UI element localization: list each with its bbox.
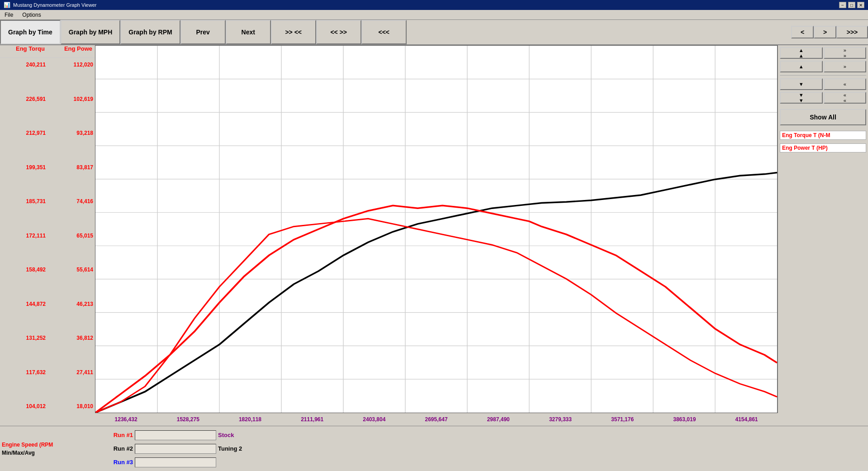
bottom-panel: Engine Speed (RPM Min/Max/Avg Run #1 Sto… xyxy=(0,426,868,471)
run3-row: Run #3 xyxy=(97,457,866,468)
run2-label: Run #2 xyxy=(97,445,133,452)
torque-upper-curve xyxy=(95,205,777,413)
torque-axis: 240,211226,591212,971199,351185,731172,1… xyxy=(0,58,47,413)
menu-bar: File Options xyxy=(0,10,868,20)
x-axis-label: 4154,861 xyxy=(716,416,778,423)
engine-speed-label: Engine Speed (RPM xyxy=(2,442,93,448)
restore-button[interactable]: □ xyxy=(848,2,855,8)
torque-header: Eng Torqu xyxy=(0,45,47,57)
y-axis-labels: 240,211226,591212,971199,351185,731172,1… xyxy=(0,58,95,413)
chart-area xyxy=(95,45,778,413)
graph-by-rpm-button[interactable]: Graph by RPM xyxy=(120,20,180,44)
scroll-fourth-row: ▼▼ «« xyxy=(780,92,866,104)
close-button[interactable]: ✕ xyxy=(857,2,864,8)
window-title: Mustang Dynamometer Graph Viewer xyxy=(13,2,96,8)
run2-desc: Tuning 2 xyxy=(218,445,242,452)
x-axis-label: 3571,176 xyxy=(592,416,654,423)
left-axis: Eng Torqu Eng Powe 240,211226,591212,971… xyxy=(0,45,95,413)
toolbar: Graph by Time Graph by MPH Graph by RPM … xyxy=(0,20,868,45)
prev-button[interactable]: Prev xyxy=(180,20,226,44)
power-curve xyxy=(95,172,777,413)
x-axis-label: 2111,961 xyxy=(281,416,343,423)
triple-next-button[interactable]: >>> xyxy=(836,26,868,38)
x-axis-label: 2695,647 xyxy=(405,416,467,423)
bottom-left: Engine Speed (RPM Min/Max/Avg xyxy=(0,440,95,458)
x-axis-label: 1236,432 xyxy=(95,416,157,423)
graph-by-mph-button[interactable]: Graph by MPH xyxy=(61,20,120,44)
run1-row: Run #1 Stock xyxy=(97,429,866,441)
run3-swatch xyxy=(135,457,216,467)
scroll-third-row: ▼ « xyxy=(780,78,866,90)
scroll-down-fast-button[interactable]: ▼▼ xyxy=(780,92,823,104)
scroll-second-row: ▲ » xyxy=(780,61,866,72)
chart-svg xyxy=(95,46,777,413)
x-axis-label: 3279,333 xyxy=(529,416,591,423)
single-next-button[interactable]: > xyxy=(814,26,836,38)
menu-options[interactable]: Options xyxy=(19,11,43,19)
fast-prev-next-button[interactable]: >> << xyxy=(271,20,316,44)
scroll-up-button[interactable]: ▲ xyxy=(780,61,823,72)
min-max-avg-label: Min/Max/Avg xyxy=(2,450,93,456)
graph-by-time-button[interactable]: Graph by Time xyxy=(0,20,61,44)
runs-area: Run #1 Stock Run #2 Tuning 2 Run #3 xyxy=(95,428,868,470)
scroll-left-button[interactable]: « xyxy=(824,78,867,90)
legend-power: Eng Power T (HP) xyxy=(780,143,866,152)
run1-desc: Stock xyxy=(218,432,234,438)
scroll-down-button[interactable]: ▼ xyxy=(780,78,823,90)
right-panel: ▲▲ »» ▲ » ▼ « ▼▼ «« Show All Eng Torque … xyxy=(778,45,868,413)
scroll-right-button[interactable]: » xyxy=(824,61,867,72)
fast-next-prev-button[interactable]: << >> xyxy=(316,20,361,44)
power-axis: 112,020102,61993,21883,81774,41665,01555… xyxy=(47,58,95,413)
run2-row: Run #2 Tuning 2 xyxy=(97,443,866,455)
x-axis-label: 3863,019 xyxy=(654,416,716,423)
run3-label: Run #3 xyxy=(97,459,133,466)
menu-file[interactable]: File xyxy=(2,11,16,19)
title-bar: 📊 Mustang Dynamometer Graph Viewer − □ ✕ xyxy=(0,0,868,10)
app-icon: 📊 xyxy=(4,2,10,8)
scroll-top-row: ▲▲ »» xyxy=(780,47,866,59)
title-bar-buttons: − □ ✕ xyxy=(839,2,864,8)
legend-torque: Eng Torque T (N-M xyxy=(780,131,866,140)
next-button[interactable]: Next xyxy=(226,20,271,44)
scroll-up-fast-button[interactable]: ▲▲ xyxy=(780,47,823,59)
run1-swatch xyxy=(135,430,216,440)
x-axis-label: 1528,275 xyxy=(157,416,219,423)
run2-swatch xyxy=(135,444,216,454)
x-axis-label: 2987,490 xyxy=(467,416,529,423)
minimize-button[interactable]: − xyxy=(839,2,846,8)
show-all-button[interactable]: Show All xyxy=(780,109,866,125)
x-axis-label: 1820,118 xyxy=(219,416,281,423)
scroll-right-fast-button[interactable]: »» xyxy=(824,47,867,59)
x-axis: 1236,4321528,2751820,1182111,9612403,804… xyxy=(0,413,868,426)
torque-lower-curve xyxy=(95,219,777,413)
x-axis-label: 2403,804 xyxy=(343,416,405,423)
run1-label: Run #1 xyxy=(97,432,133,438)
scroll-left-fast-button[interactable]: «« xyxy=(824,92,867,104)
power-header: Eng Powe xyxy=(47,45,95,57)
single-prev-button[interactable]: < xyxy=(791,26,814,38)
triple-prev-button[interactable]: <<< xyxy=(361,20,407,44)
